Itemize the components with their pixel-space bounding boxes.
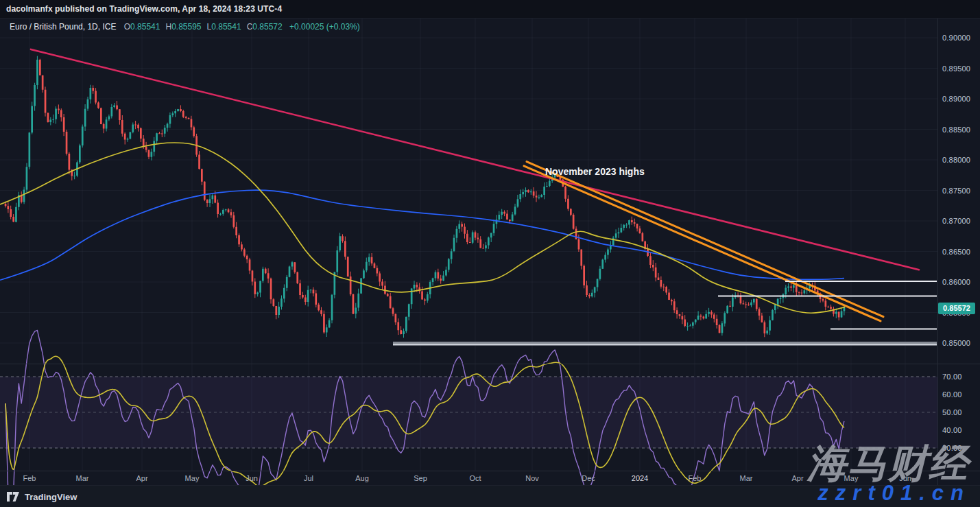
- time-axis-label: Nov: [525, 474, 539, 482]
- time-axis-label: Jun: [246, 474, 258, 482]
- time-axis-label: Oct: [469, 474, 481, 482]
- time-axis-label: Feb: [23, 474, 36, 482]
- tradingview-logo-icon: [7, 492, 20, 502]
- price-axis-label: 0.87500: [942, 187, 970, 195]
- price-axis-label: 0.90000: [942, 34, 970, 42]
- time-axis-label: Apr: [791, 474, 803, 482]
- ohlc-value: 0.85572: [252, 22, 282, 32]
- time-axis-label: Aug: [355, 474, 369, 482]
- rsi-axis-label: 40.00: [942, 426, 962, 434]
- price-axis-label: 0.87000: [942, 217, 970, 225]
- time-axis-label: Sep: [414, 474, 427, 482]
- rsi-axis-label: 50.00: [942, 408, 962, 416]
- time-axis-label: Dec: [582, 474, 595, 482]
- tradingview-snapshot: dacolmanfx published on TradingView.com,…: [0, 0, 980, 507]
- time-axis-label: May: [185, 474, 200, 482]
- time-axis-label: Apr: [136, 474, 147, 482]
- price-axis-label: 0.89000: [942, 95, 970, 103]
- ohlc-value: 0.85541: [130, 22, 160, 32]
- price-axis[interactable]: 0.900000.895000.890000.885000.880000.875…: [938, 18, 980, 471]
- attribution-bar: dacolmanfx published on TradingView.com,…: [0, 0, 980, 19]
- change-value: +0.00025 (+0.03%): [289, 22, 360, 32]
- last-price-value: 0.85572: [943, 304, 970, 312]
- price-axis-label: 0.88500: [942, 126, 970, 134]
- time-axis[interactable]: FebMarAprMayJunJulAugSepOctNovDec2024Feb…: [0, 471, 938, 485]
- symbol-header: Euro / British Pound, 1D, ICE O0.85541H0…: [10, 22, 360, 32]
- symbol-title: Euro / British Pound, 1D, ICE: [10, 22, 116, 32]
- rsi-axis-label: 70.00: [942, 373, 962, 381]
- time-axis-label: Mar: [740, 474, 753, 482]
- chart-canvas[interactable]: [0, 0, 980, 507]
- ohlc-label: H: [165, 22, 171, 32]
- time-axis-label: Mar: [76, 474, 89, 482]
- price-axis-label: 0.86500: [942, 248, 970, 256]
- last-price-badge: 0.85572: [938, 303, 975, 314]
- ohlc-value: 0.85595: [171, 22, 201, 32]
- time-axis-label: 2024: [632, 474, 648, 482]
- time-axis-label: Feb: [689, 474, 702, 482]
- price-axis-label: 0.89500: [942, 64, 970, 73]
- tradingview-logo-text: TradingView: [25, 492, 77, 502]
- price-axis-label: 0.88000: [942, 156, 970, 164]
- price-axis-label: 0.85000: [942, 339, 970, 347]
- ohlc-label: O: [124, 22, 130, 32]
- watermark-url: zzrt01.cn: [817, 481, 970, 506]
- chart-annotation: November 2023 highs: [545, 166, 645, 177]
- ohlc-label: C: [247, 22, 253, 32]
- attribution-text: dacolmanfx published on TradingView.com,…: [6, 4, 282, 14]
- tradingview-logo[interactable]: TradingView: [7, 492, 77, 502]
- price-axis-label: 0.86000: [942, 278, 970, 286]
- rsi-axis-label: 60.00: [942, 390, 962, 399]
- time-axis-label: Jul: [304, 474, 313, 482]
- ohlc-value: 0.85541: [211, 22, 241, 32]
